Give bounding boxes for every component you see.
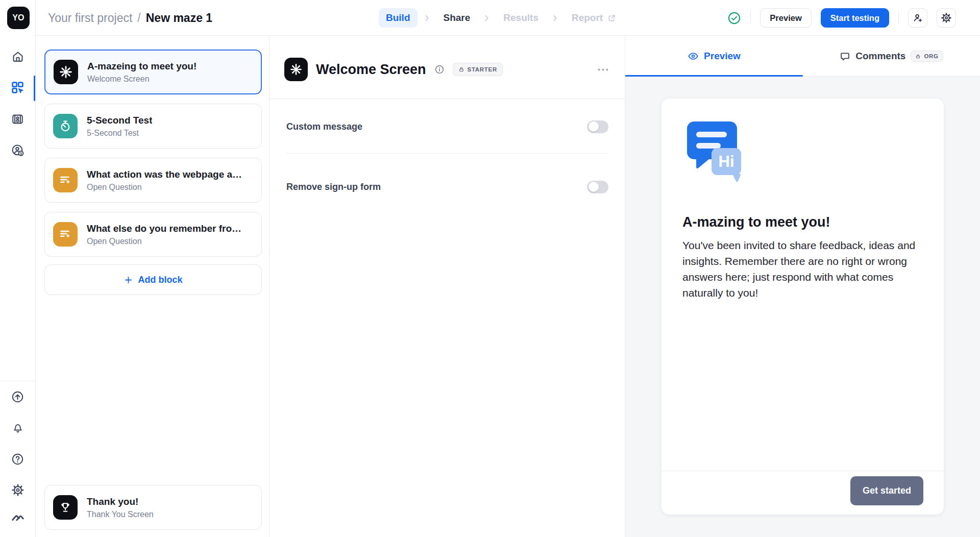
workspace-avatar[interactable]: YO xyxy=(7,7,30,29)
block-card-welcome[interactable]: A-mazeing to meet you! Welcome Screen xyxy=(44,50,262,94)
svg-text:$: $ xyxy=(20,151,22,155)
tab-build[interactable]: Build xyxy=(379,8,418,28)
tab-report[interactable]: Report xyxy=(565,8,624,28)
preview-card-footer: Get started xyxy=(662,471,944,515)
app-root: $ xyxy=(0,0,980,537)
breadcrumb-separator: / xyxy=(137,11,140,25)
mazes-icon[interactable] xyxy=(8,77,28,97)
workflow-steps: Build Share Results Report xyxy=(379,0,624,36)
tab-comments[interactable]: Comments ORG xyxy=(803,36,980,77)
info-icon[interactable] xyxy=(434,64,445,75)
block-title: What action was the webpage a… xyxy=(87,169,242,180)
setting-row-custom-message: Custom message xyxy=(286,116,608,137)
external-link-icon xyxy=(607,13,617,23)
invite-user-button[interactable] xyxy=(908,8,927,28)
get-started-button[interactable]: Get started xyxy=(850,476,923,505)
home-icon[interactable] xyxy=(8,46,28,67)
tab-preview-label: Preview xyxy=(704,51,741,62)
welcome-sun-icon xyxy=(54,60,78,84)
block-subtitle: Thank You Screen xyxy=(87,510,154,519)
ellipsis-icon xyxy=(597,63,609,76)
chevron-right-icon xyxy=(423,14,431,22)
block-card-open-question-1[interactable]: What action was the webpage a… Open Ques… xyxy=(44,158,262,203)
toggle-knob xyxy=(589,182,599,192)
setting-divider xyxy=(286,153,608,154)
divider xyxy=(898,11,899,25)
trophy-icon xyxy=(53,495,78,520)
chevron-right-icon xyxy=(551,14,559,22)
tab-comments-label: Comments xyxy=(855,51,905,62)
custom-message-toggle[interactable] xyxy=(587,120,608,133)
tab-share[interactable]: Share xyxy=(436,8,478,28)
participants-icon[interactable]: $ xyxy=(8,140,28,160)
rail-divider xyxy=(0,381,36,381)
gear-icon xyxy=(941,12,952,23)
block-subtitle: Open Question xyxy=(87,183,242,192)
org-badge: ORG xyxy=(911,51,943,62)
open-question-icon xyxy=(53,168,78,192)
maze-logo-icon[interactable] xyxy=(8,507,28,528)
start-testing-button[interactable]: Start testing xyxy=(821,8,889,28)
blocks-panel: A-mazeing to meet you! Welcome Screen 5-… xyxy=(36,36,270,537)
custom-message-label: Custom message xyxy=(286,121,362,132)
block-texts: Thank you! Thank You Screen xyxy=(87,496,154,519)
top-bar: Your first project / New maze 1 Build Sh… xyxy=(36,0,980,36)
tab-preview[interactable]: Preview xyxy=(625,36,803,77)
block-texts: What else do you remember fro… Open Ques… xyxy=(87,223,241,246)
tab-results-label: Results xyxy=(503,12,538,23)
block-subtitle: Open Question xyxy=(87,237,241,246)
maze-settings-button[interactable] xyxy=(937,8,956,28)
block-title: 5-Second Test xyxy=(87,115,152,126)
breadcrumb-current: New maze 1 xyxy=(146,11,212,25)
breadcrumb-project[interactable]: Your first project xyxy=(48,11,132,25)
active-nav-indicator xyxy=(34,76,35,101)
editor-header: Welcome Screen STARTER xyxy=(284,58,609,81)
org-badge-label: ORG xyxy=(924,53,938,59)
editor-panel: Welcome Screen STARTER Custom message xyxy=(270,36,625,537)
help-icon[interactable] xyxy=(8,449,28,469)
divider xyxy=(750,11,751,25)
eye-icon xyxy=(688,51,699,62)
starter-badge-label: STARTER xyxy=(468,66,497,72)
block-title: What else do you remember fro… xyxy=(87,223,241,234)
settings-icon[interactable] xyxy=(8,480,28,500)
starter-badge: STARTER xyxy=(453,63,503,76)
lock-icon xyxy=(915,54,921,59)
add-block-label: Add block xyxy=(138,275,182,285)
chevron-right-icon xyxy=(482,14,491,22)
block-title: A-mazeing to meet you! xyxy=(87,61,197,72)
open-question-icon xyxy=(53,222,78,247)
panel-icon[interactable] xyxy=(8,109,28,129)
block-card-five-second-test[interactable]: 5-Second Test 5-Second Test xyxy=(44,104,262,149)
tab-results[interactable]: Results xyxy=(496,8,546,28)
preview-card: Hi A-mazing to meet you! You've been inv… xyxy=(662,99,944,515)
setting-row-remove-signup: Remove sign-up form xyxy=(286,177,608,197)
topbar-actions: Preview Start testing xyxy=(727,0,956,36)
remove-signup-toggle[interactable] xyxy=(587,181,608,193)
left-rail: $ xyxy=(0,0,36,537)
comment-icon xyxy=(840,51,850,62)
block-title: Thank you! xyxy=(87,496,154,507)
plus-icon xyxy=(124,275,133,285)
saved-check-icon xyxy=(727,11,741,25)
lock-icon xyxy=(458,66,464,72)
person-add-icon xyxy=(912,12,923,23)
preview-tabbar: Preview Comments ORG xyxy=(625,36,980,77)
block-card-thank-you[interactable]: Thank you! Thank You Screen xyxy=(44,485,262,530)
preview-panel: Preview Comments ORG xyxy=(625,36,980,537)
tab-report-label: Report xyxy=(572,12,603,23)
active-tab-underline xyxy=(625,75,803,77)
block-menu-button[interactable] xyxy=(597,63,609,76)
add-block-button[interactable]: Add block xyxy=(44,264,262,295)
chat-bubbles-illustration: Hi xyxy=(684,118,746,184)
upgrade-icon[interactable] xyxy=(8,386,28,407)
preview-button[interactable]: Preview xyxy=(760,8,811,28)
block-card-open-question-2[interactable]: What else do you remember fro… Open Ques… xyxy=(44,212,262,257)
block-subtitle: Welcome Screen xyxy=(87,75,197,84)
preview-body-text: You've been invited to share feedback, i… xyxy=(682,237,921,301)
preview-heading: A-mazing to meet you! xyxy=(682,214,922,230)
notifications-icon[interactable] xyxy=(8,418,28,438)
bubble-hi-text: Hi xyxy=(719,153,734,170)
remove-signup-label: Remove sign-up form xyxy=(286,182,381,192)
editor-title: Welcome Screen xyxy=(316,62,426,78)
